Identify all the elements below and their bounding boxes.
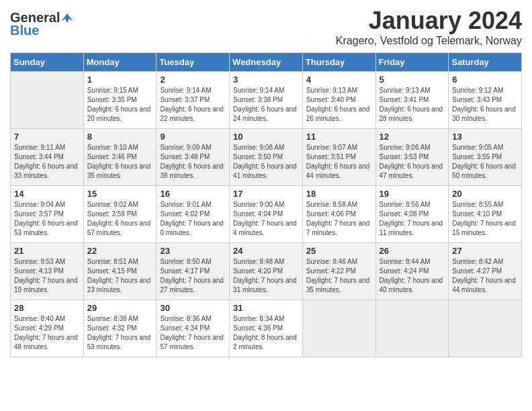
calendar-cell: 5Sunrise: 9:13 AMSunset: 3:41 PMDaylight…: [375, 72, 449, 129]
day-number: 12: [380, 132, 445, 142]
svg-marker-0: [61, 13, 73, 23]
day-info: Sunrise: 8:56 AMSunset: 4:08 PMDaylight:…: [380, 200, 445, 238]
day-info: Sunrise: 8:50 AMSunset: 4:17 PMDaylight:…: [160, 257, 226, 295]
month-title: January 2024: [336, 7, 522, 35]
calendar-table: SundayMondayTuesdayWednesdayThursdayFrid…: [10, 52, 522, 357]
day-info: Sunrise: 9:02 AMSunset: 3:59 PMDaylight:…: [87, 200, 153, 238]
day-info: Sunrise: 8:36 AMSunset: 4:34 PMDaylight:…: [160, 314, 226, 352]
day-header-wednesday: Wednesday: [230, 53, 303, 72]
day-number: 15: [87, 189, 153, 199]
day-number: 2: [160, 75, 226, 85]
calendar-cell: 25Sunrise: 8:46 AMSunset: 4:22 PMDayligh…: [302, 243, 375, 300]
calendar-week-row: 7Sunrise: 9:11 AMSunset: 3:44 PMDaylight…: [11, 129, 522, 186]
calendar-cell: 31Sunrise: 8:34 AMSunset: 4:36 PMDayligh…: [230, 300, 303, 357]
day-info: Sunrise: 9:13 AMSunset: 3:41 PMDaylight:…: [380, 86, 445, 124]
day-number: 19: [380, 189, 445, 199]
day-number: 1: [87, 75, 153, 85]
day-number: 23: [160, 246, 226, 256]
day-number: 14: [14, 189, 80, 199]
day-number: 9: [160, 132, 226, 142]
calendar-cell: 2Sunrise: 9:14 AMSunset: 3:37 PMDaylight…: [157, 72, 230, 129]
calendar-week-row: 28Sunrise: 8:40 AMSunset: 4:29 PMDayligh…: [11, 300, 522, 357]
calendar-cell: 28Sunrise: 8:40 AMSunset: 4:29 PMDayligh…: [11, 300, 84, 357]
day-info: Sunrise: 8:38 AMSunset: 4:32 PMDaylight:…: [87, 314, 153, 352]
day-info: Sunrise: 8:40 AMSunset: 4:29 PMDaylight:…: [14, 314, 80, 352]
calendar-cell: 9Sunrise: 9:09 AMSunset: 3:48 PMDaylight…: [157, 129, 230, 186]
day-info: Sunrise: 8:53 AMSunset: 4:13 PMDaylight:…: [14, 257, 80, 295]
day-info: Sunrise: 9:14 AMSunset: 3:37 PMDaylight:…: [160, 86, 226, 124]
day-number: 28: [14, 303, 80, 313]
day-number: 16: [160, 189, 226, 199]
day-info: Sunrise: 8:58 AMSunset: 4:06 PMDaylight:…: [306, 200, 372, 238]
calendar-cell: [449, 300, 522, 357]
day-info: Sunrise: 9:00 AMSunset: 4:04 PMDaylight:…: [233, 200, 299, 238]
calendar-cell: 30Sunrise: 8:36 AMSunset: 4:34 PMDayligh…: [157, 300, 230, 357]
calendar-week-row: 14Sunrise: 9:04 AMSunset: 3:57 PMDayligh…: [11, 186, 522, 243]
day-info: Sunrise: 9:05 AMSunset: 3:55 PMDaylight:…: [452, 143, 518, 181]
calendar-cell: 7Sunrise: 9:11 AMSunset: 3:44 PMDaylight…: [11, 129, 84, 186]
calendar-cell: [302, 300, 375, 357]
day-info: Sunrise: 9:01 AMSunset: 4:02 PMDaylight:…: [160, 200, 226, 238]
calendar-cell: 16Sunrise: 9:01 AMSunset: 4:02 PMDayligh…: [157, 186, 230, 243]
day-number: 30: [160, 303, 226, 313]
day-info: Sunrise: 9:04 AMSunset: 3:57 PMDaylight:…: [14, 200, 80, 238]
logo-bird-icon: [61, 12, 73, 24]
day-number: 29: [87, 303, 153, 313]
day-number: 27: [452, 246, 518, 256]
calendar-cell: 18Sunrise: 8:58 AMSunset: 4:06 PMDayligh…: [302, 186, 375, 243]
calendar-week-row: 21Sunrise: 8:53 AMSunset: 4:13 PMDayligh…: [11, 243, 522, 300]
calendar-cell: 17Sunrise: 9:00 AMSunset: 4:04 PMDayligh…: [230, 186, 303, 243]
day-info: Sunrise: 8:44 AMSunset: 4:24 PMDaylight:…: [380, 257, 445, 295]
calendar-cell: 4Sunrise: 9:13 AMSunset: 3:40 PMDaylight…: [302, 72, 375, 129]
day-info: Sunrise: 8:42 AMSunset: 4:27 PMDaylight:…: [452, 257, 518, 295]
calendar-cell: 29Sunrise: 8:38 AMSunset: 4:32 PMDayligh…: [83, 300, 157, 357]
calendar-cell: 10Sunrise: 9:08 AMSunset: 3:50 PMDayligh…: [230, 129, 303, 186]
logo: General Blue: [10, 7, 73, 38]
calendar-cell: 19Sunrise: 8:56 AMSunset: 4:08 PMDayligh…: [375, 186, 449, 243]
day-header-saturday: Saturday: [449, 53, 522, 72]
day-info: Sunrise: 9:07 AMSunset: 3:51 PMDaylight:…: [306, 143, 372, 181]
day-header-tuesday: Tuesday: [157, 53, 230, 72]
calendar-cell: 8Sunrise: 9:10 AMSunset: 3:46 PMDaylight…: [83, 129, 157, 186]
day-info: Sunrise: 8:51 AMSunset: 4:15 PMDaylight:…: [87, 257, 153, 295]
calendar-cell: 21Sunrise: 8:53 AMSunset: 4:13 PMDayligh…: [11, 243, 84, 300]
calendar-cell: [375, 300, 449, 357]
calendar-cell: 22Sunrise: 8:51 AMSunset: 4:15 PMDayligh…: [83, 243, 157, 300]
day-number: 21: [14, 246, 80, 256]
day-number: 3: [233, 75, 299, 85]
calendar-cell: 15Sunrise: 9:02 AMSunset: 3:59 PMDayligh…: [83, 186, 157, 243]
calendar-cell: 11Sunrise: 9:07 AMSunset: 3:51 PMDayligh…: [302, 129, 375, 186]
day-info: Sunrise: 8:46 AMSunset: 4:22 PMDaylight:…: [306, 257, 372, 295]
day-info: Sunrise: 9:15 AMSunset: 3:35 PMDaylight:…: [87, 86, 153, 124]
day-info: Sunrise: 9:12 AMSunset: 3:43 PMDaylight:…: [452, 86, 518, 124]
day-number: 24: [233, 246, 299, 256]
location-title: Kragero, Vestfold og Telemark, Norway: [336, 35, 522, 47]
calendar-cell: 20Sunrise: 8:55 AMSunset: 4:10 PMDayligh…: [449, 186, 522, 243]
day-info: Sunrise: 9:13 AMSunset: 3:40 PMDaylight:…: [306, 86, 372, 124]
day-info: Sunrise: 8:34 AMSunset: 4:36 PMDaylight:…: [233, 314, 299, 352]
day-header-thursday: Thursday: [302, 53, 375, 72]
day-info: Sunrise: 9:11 AMSunset: 3:44 PMDaylight:…: [14, 143, 80, 181]
calendar-header-row: SundayMondayTuesdayWednesdayThursdayFrid…: [11, 53, 522, 72]
day-header-friday: Friday: [375, 53, 449, 72]
day-number: 10: [233, 132, 299, 142]
day-info: Sunrise: 9:14 AMSunset: 3:38 PMDaylight:…: [233, 86, 299, 124]
day-info: Sunrise: 9:10 AMSunset: 3:46 PMDaylight:…: [87, 143, 153, 181]
day-number: 5: [380, 75, 445, 85]
day-number: 13: [452, 132, 518, 142]
day-number: 7: [14, 132, 80, 142]
calendar-cell: 13Sunrise: 9:05 AMSunset: 3:55 PMDayligh…: [449, 129, 522, 186]
calendar-cell: [11, 72, 84, 129]
day-number: 31: [233, 303, 299, 313]
calendar-cell: 24Sunrise: 8:48 AMSunset: 4:20 PMDayligh…: [230, 243, 303, 300]
calendar-cell: 6Sunrise: 9:12 AMSunset: 3:43 PMDaylight…: [449, 72, 522, 129]
day-number: 26: [380, 246, 445, 256]
day-header-monday: Monday: [83, 53, 157, 72]
calendar-week-row: 1Sunrise: 9:15 AMSunset: 3:35 PMDaylight…: [11, 72, 522, 129]
day-number: 8: [87, 132, 153, 142]
day-info: Sunrise: 8:55 AMSunset: 4:10 PMDaylight:…: [452, 200, 518, 238]
calendar-cell: 12Sunrise: 9:06 AMSunset: 3:53 PMDayligh…: [375, 129, 449, 186]
day-number: 22: [87, 246, 153, 256]
day-number: 17: [233, 189, 299, 199]
day-header-sunday: Sunday: [11, 53, 84, 72]
